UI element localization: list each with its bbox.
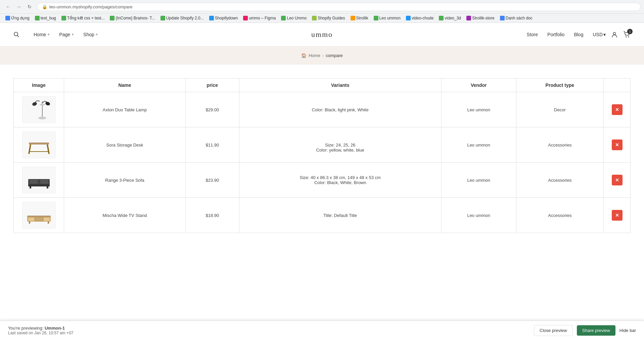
nav-home-label: Home <box>34 32 46 37</box>
nav-store[interactable]: Store <box>523 29 542 40</box>
search-button[interactable] <box>13 32 19 38</box>
bookmark-tong-ket[interactable]: Tổng kết css + test... <box>59 15 107 21</box>
main-nav-left: Home + Page + Shop + <box>30 29 102 40</box>
reload-button[interactable]: ↻ <box>25 2 34 11</box>
svg-rect-26 <box>44 218 50 221</box>
product-vendor: Leo ummon <box>441 163 516 198</box>
product-name: Range 3-Piece Sofa <box>64 163 186 198</box>
browser-nav-buttons: ← → ↻ <box>3 2 34 11</box>
nav-shop[interactable]: Shop + <box>79 29 102 40</box>
product-variants: Title: Default Title <box>239 198 441 233</box>
svg-point-6 <box>38 117 46 119</box>
bookmark-label: Strollik <box>356 16 368 20</box>
product-image-cell <box>14 127 64 163</box>
account-button[interactable] <box>611 31 618 38</box>
svg-rect-27 <box>29 222 30 224</box>
theme-name: Ummon-1 <box>45 326 65 331</box>
product-name: Mischa Wide TV Stand <box>64 198 186 233</box>
url-text: leo-ummon.myshopify.com/pages/compare <box>49 4 133 9</box>
remove-product-button[interactable]: ✕ <box>612 175 623 185</box>
nav-portfolio[interactable]: Portfolio <box>543 29 568 40</box>
product-link[interactable]: Mischa Wide TV Stand <box>103 213 147 218</box>
remove-product-button[interactable]: ✕ <box>612 210 623 221</box>
product-price: $11.90 <box>186 127 239 163</box>
product-variants: Color: Black, light pink, White <box>239 92 441 127</box>
bookmark-video-chude[interactable]: video-chude <box>404 15 435 21</box>
svg-point-2 <box>613 32 616 35</box>
bookmark-figma[interactable]: ummo – Figma <box>241 15 278 21</box>
table-row: Mischa Wide TV Stand $18.90 Title: Defau… <box>14 198 631 233</box>
close-preview-button[interactable]: Close preview <box>534 325 573 333</box>
hide-bar-button[interactable]: Hide bar <box>619 328 636 333</box>
bookmark-shopifydown[interactable]: Shopifydown <box>207 15 240 21</box>
forward-button[interactable]: → <box>14 2 24 11</box>
lamp-image <box>26 98 52 121</box>
share-preview-button[interactable]: Share preview <box>577 325 615 333</box>
product-image-wrapper <box>22 131 56 158</box>
product-type: Decor <box>516 92 603 127</box>
bookmarks-bar: Ứng dụng test_bug Tổng kết css + test...… <box>0 13 644 22</box>
product-link[interactable]: Axton Duo Table Lamp <box>103 107 147 112</box>
browser-chrome: ← → ↻ 🔒 leo-ummon.myshopify.com/pages/co… <box>0 0 644 23</box>
nav-page[interactable]: Page + <box>55 29 78 40</box>
breadcrumb-home[interactable]: Home <box>309 53 320 58</box>
product-vendor: Leo ummon <box>441 198 516 233</box>
cart-count: 1 <box>627 29 633 34</box>
svg-point-7 <box>40 104 45 106</box>
bookmark-test-bug[interactable]: test_bug <box>33 15 58 21</box>
variants-text: Size: 40 x 86.3 x 38 cm, 149 x 48 x 53 c… <box>300 175 381 185</box>
remove-btn-cell: ✕ <box>604 163 631 198</box>
bookmark-income[interactable]: {InCome} Brainos- T... <box>108 15 157 21</box>
bookmark-video-3d[interactable]: video_3d <box>437 15 463 21</box>
bookmark-strollik[interactable]: Strollik <box>349 15 370 21</box>
product-link[interactable]: Sora Storage Desk <box>106 143 143 148</box>
bookmark-danh-sach-doc[interactable]: Danh sách doc <box>498 15 535 21</box>
bookmark-apps[interactable]: Ứng dụng <box>3 15 32 21</box>
nav-home[interactable]: Home + <box>30 29 54 40</box>
address-bar[interactable]: 🔒 leo-ummon.myshopify.com/pages/compare <box>37 3 641 11</box>
bookmark-label: Leo ummon <box>379 16 401 20</box>
back-button[interactable]: ← <box>3 2 13 11</box>
svg-line-11 <box>29 145 31 154</box>
svg-rect-16 <box>30 180 38 184</box>
remove-product-button[interactable]: ✕ <box>612 139 623 150</box>
cart-button[interactable]: 1 <box>623 31 631 38</box>
product-link[interactable]: Range 3-Piece Sofa <box>105 178 144 183</box>
col-name: Name <box>64 78 186 92</box>
nav-portfolio-label: Portfolio <box>547 32 564 37</box>
table-row: Sora Storage Desk $11.90 Size: 24, 25, 2… <box>14 127 631 163</box>
product-image-cell <box>14 198 64 233</box>
product-image-cell <box>14 92 64 127</box>
product-image-wrapper <box>22 96 56 123</box>
svg-rect-21 <box>27 216 51 217</box>
product-price: $18.90 <box>186 198 239 233</box>
bookmark-update-shopify[interactable]: Update Shopify 2.0... <box>158 15 206 21</box>
nav-shop-label: Shop <box>83 32 94 37</box>
col-variants: Variants <box>239 78 441 92</box>
bookmark-leo-ummo[interactable]: Leo Ummo <box>279 15 309 21</box>
currency-selector[interactable]: USD ▾ <box>593 32 606 37</box>
bookmark-shopify-guides[interactable]: Shopify Guides <box>310 15 347 21</box>
bookmark-label: Ứng dụng <box>11 16 30 20</box>
remove-product-button[interactable]: ✕ <box>612 104 623 115</box>
bookmark-label: Danh sách doc <box>506 16 533 20</box>
svg-rect-19 <box>47 186 48 188</box>
product-vendor: Leo ummon <box>441 127 516 163</box>
product-variants: Size: 40 x 86.3 x 38 cm, 149 x 48 x 53 c… <box>239 163 441 198</box>
remove-btn-cell: ✕ <box>604 92 631 127</box>
svg-point-9 <box>45 101 50 106</box>
site-logo[interactable]: ummo <box>311 30 333 39</box>
bookmark-strollik-store[interactable]: Strollik-store <box>464 15 497 21</box>
bookmark-label: {InCome} Brainos- T... <box>116 16 155 20</box>
svg-rect-17 <box>40 180 48 184</box>
bookmark-leo-ummon[interactable]: Leo ummon <box>372 15 403 21</box>
nav-blog[interactable]: Blog <box>570 29 587 40</box>
table-header-row: Image Name price Variants Vendor Product… <box>14 78 631 92</box>
compare-table: Image Name price Variants Vendor Product… <box>13 78 631 233</box>
col-price: price <box>186 78 239 92</box>
product-type: Accessories <box>516 127 603 163</box>
page-wrapper: Home + Page + Shop + ummo Store <box>0 23 644 333</box>
preview-bar: You're previewing: Ummon-1 Last saved on… <box>0 321 644 333</box>
nav-home-plus: + <box>47 32 50 37</box>
header-left: Home + Page + Shop + <box>13 29 102 40</box>
